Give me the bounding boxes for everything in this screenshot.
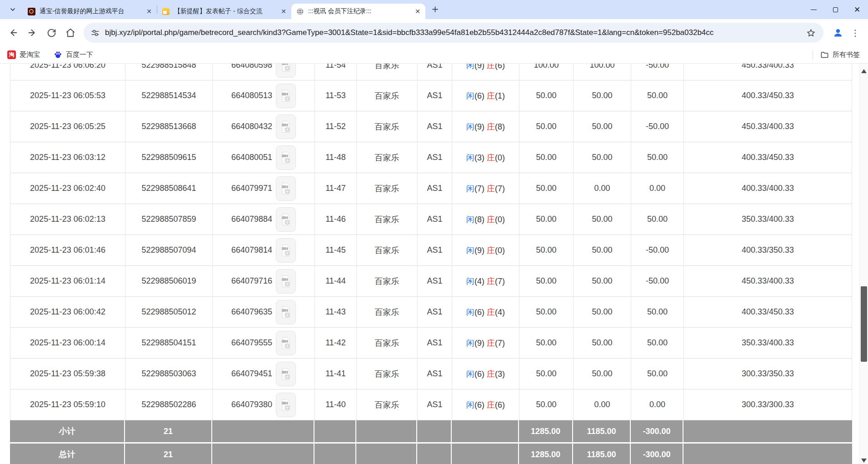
cell-valid-amount: 50.00: [574, 142, 631, 173]
scrollbar-down-arrow[interactable]: [861, 459, 867, 463]
minimize-button[interactable]: [803, 0, 824, 19]
bookmark-taobao[interactable]: 淘 爱淘宝: [7, 50, 40, 59]
cell-table: AS1: [418, 328, 452, 358]
plus-icon: [431, 5, 439, 13]
page-scrollbar[interactable]: [859, 64, 868, 464]
table-row: 2025-11-23 06:00:14 522988504151 6640795…: [10, 328, 852, 359]
cell-table: AS1: [418, 142, 452, 173]
video-replay-button[interactable]: [276, 269, 296, 294]
cell-win-loss: -50.00: [631, 266, 684, 296]
cell-valid-amount: 50.00: [574, 297, 631, 327]
cell-game-id: 664079635: [213, 297, 315, 327]
cell-game-id: 664079716: [213, 266, 315, 296]
cell-balance: 450.33/400.33: [684, 64, 852, 80]
cell-table: AS1: [418, 111, 452, 142]
cell-bet-id: 522988507094: [125, 235, 213, 265]
tab-forum[interactable]: 【新提醒】发表帖子 - 综合交流 ✕: [157, 4, 291, 19]
cell-bet-amount: 100.00: [519, 64, 574, 80]
cell-table: AS1: [418, 173, 452, 204]
cell-time: 2025-11-23 06:02:13: [10, 204, 125, 234]
table-row-clipped: 2025-11-23 06:06:20 522988515848 6640805…: [10, 64, 852, 80]
tab-bet-record[interactable]: :::视讯 会员下注纪录::: ✕: [291, 4, 425, 19]
video-replay-icon: [280, 90, 291, 102]
cell-bet-amount: 50.00: [519, 235, 574, 265]
video-replay-button[interactable]: [276, 362, 296, 386]
table-row: 2025-11-23 06:02:40 522988508641 6640799…: [10, 173, 852, 204]
back-button[interactable]: [4, 23, 23, 42]
cell-bet-id: 522988505012: [125, 297, 213, 327]
close-tab-icon[interactable]: ✕: [145, 7, 153, 15]
video-replay-icon: [280, 244, 291, 257]
cell-valid-amount: 50.00: [574, 204, 631, 234]
cell-balance: 350.33/400.33: [684, 204, 852, 234]
cell-round: 11-44: [315, 266, 357, 296]
home-button[interactable]: [61, 23, 80, 42]
video-replay-icon: [280, 182, 291, 195]
cell-time: 2025-11-23 05:59:38: [10, 359, 125, 389]
video-replay-button[interactable]: [276, 84, 296, 108]
cell-balance: 450.33/400.33: [684, 266, 852, 296]
cell-win-loss: 50.00: [631, 80, 684, 111]
video-replay-icon: [280, 399, 291, 411]
scrollbar-thumb[interactable]: [861, 286, 867, 362]
cell-win-loss: 0.00: [631, 173, 684, 204]
table-row: 2025-11-23 06:03:12 522988509615 6640800…: [10, 142, 852, 173]
profile-avatar-icon: [833, 27, 843, 38]
tab-search-button[interactable]: [4, 2, 22, 17]
cell-bet-amount: 50.00: [519, 297, 574, 327]
cell-bet-id: 522988515848: [125, 64, 213, 80]
taobao-icon: 淘: [7, 50, 16, 59]
forum-favicon: [162, 8, 170, 15]
close-window-button[interactable]: ✕: [846, 0, 868, 19]
video-replay-button[interactable]: [276, 331, 296, 355]
video-replay-button[interactable]: [276, 64, 296, 78]
cell-bet-amount: 50.00: [519, 328, 574, 358]
cell-game-type: 百家乐: [357, 111, 418, 142]
all-bookmarks-button[interactable]: 所有书签: [820, 50, 860, 59]
site-settings-icon[interactable]: [91, 29, 100, 37]
home-icon: [65, 28, 75, 38]
cell-game-id: 664079884: [213, 204, 315, 234]
forward-button[interactable]: [23, 23, 42, 42]
close-tab-icon[interactable]: ✕: [279, 7, 288, 15]
total-label: 总计: [10, 444, 125, 464]
cell-result: 闲(7) 庄(7): [452, 173, 519, 204]
maximize-button[interactable]: [824, 0, 846, 19]
bookmarks-divider: [813, 50, 813, 60]
video-replay-button[interactable]: [276, 393, 296, 417]
video-replay-button[interactable]: [276, 238, 296, 263]
cell-table: AS1: [418, 389, 452, 420]
video-replay-button[interactable]: [276, 207, 296, 232]
tab-game-site[interactable]: 通宝-信誉最好的网上游戏平台 ✕: [23, 4, 157, 19]
scrollbar-up-arrow[interactable]: [861, 69, 867, 73]
cell-bet-id: 522988509615: [125, 142, 213, 173]
video-replay-icon: [280, 64, 291, 72]
cell-time: 2025-11-23 06:00:42: [10, 297, 125, 327]
cell-round: 11-52: [315, 111, 357, 142]
cell-table: AS1: [418, 80, 452, 111]
cell-bet-amount: 50.00: [519, 389, 574, 420]
video-replay-button[interactable]: [276, 145, 296, 170]
cell-result: 闲(9) 庄(0): [452, 235, 519, 265]
subtotal-win-loss: -300.00: [631, 420, 683, 442]
bookmark-star-button[interactable]: [804, 26, 817, 39]
window-controls: ✕: [803, 0, 868, 19]
url-text[interactable]: bjbj.xyz/ipl/portal.php/game/betrecord_s…: [105, 28, 804, 37]
star-icon: [806, 28, 816, 38]
game-site-favicon: [28, 8, 35, 15]
reload-button[interactable]: [42, 23, 61, 42]
video-replay-button[interactable]: [276, 300, 296, 324]
subtotal-valid: 1185.00: [573, 420, 631, 442]
browser-menu-button[interactable]: ⋮: [847, 24, 863, 42]
cell-bet-amount: 50.00: [519, 359, 574, 389]
cell-table: AS1: [418, 235, 452, 265]
cell-win-loss: 50.00: [631, 297, 684, 327]
new-tab-button[interactable]: [428, 2, 442, 16]
video-replay-button[interactable]: [276, 176, 296, 201]
video-replay-button[interactable]: [276, 115, 296, 139]
cell-result: 闲(6) 庄(6): [452, 389, 519, 420]
bookmark-baidu[interactable]: 百度一下: [54, 50, 93, 59]
address-bar[interactable]: bjbj.xyz/ipl/portal.php/game/betrecord_s…: [84, 23, 823, 43]
profile-avatar-button[interactable]: [829, 24, 847, 42]
close-tab-icon[interactable]: ✕: [414, 7, 422, 15]
